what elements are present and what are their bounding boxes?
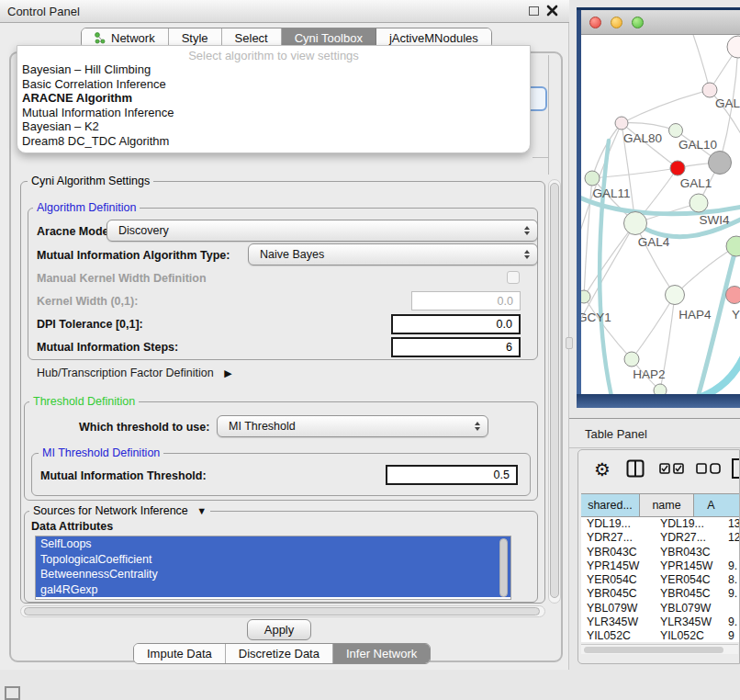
table-row[interactable]: YDR27...YDR27...12 — [581, 531, 740, 545]
node-label: GAL1 — [680, 176, 712, 190]
table-row-clipped[interactable]: YIL052CYIL052C9 — [581, 629, 740, 642]
hub-factor-expander[interactable]: Hub/Transcription Factor Definition ▶ — [37, 367, 232, 379]
attribute-item[interactable]: gal4RGexp — [36, 582, 510, 598]
network-edges-thick — [581, 141, 740, 394]
table-row[interactable]: YDL19...YDL19...13 — [581, 517, 740, 531]
scrollbar-thumb[interactable] — [584, 647, 723, 653]
tab-discretize-data[interactable]: Discretize Data — [226, 644, 333, 663]
node-label: GAL80 — [623, 131, 662, 145]
kernel-width-label: Kernel Width (0,1): — [37, 295, 138, 308]
manual-kernel-checkbox[interactable] — [507, 271, 520, 284]
node-salmon — [726, 287, 740, 304]
which-threshold-combo[interactable]: MI Threshold — [217, 415, 488, 437]
sources-group-title[interactable]: Sources for Network Inference ▼ — [29, 504, 210, 517]
table-body: YDL19...YDL19...13 YDR27...YDR27...12 YB… — [581, 517, 740, 642]
attribute-item[interactable]: TopologicalCoefficient — [36, 552, 510, 568]
column-header-name[interactable]: name — [640, 494, 694, 516]
node-label: GAL10 — [678, 138, 717, 152]
node-label: GAL4 — [638, 235, 670, 249]
table-header-row: shared... name A — [581, 493, 740, 517]
deselect-checkboxes-icon[interactable] — [696, 463, 722, 474]
attribute-item[interactable]: BetweennessCentrality — [36, 567, 510, 582]
gear-icon[interactable]: ⚙ — [594, 458, 611, 480]
dpi-tolerance-label: DPI Tolerance [0,1]: — [37, 318, 143, 331]
aracne-mode-value: Discovery — [118, 224, 169, 237]
algorithm-option-aracne[interactable]: ARACNE Algorithm — [17, 91, 530, 106]
node-hap2 — [624, 352, 639, 367]
network-window-titlebar[interactable] — [577, 10, 740, 35]
attribute-item[interactable]: SelfLoops — [36, 536, 510, 552]
node-gal1 — [670, 161, 685, 175]
tab-infer-network[interactable]: Infer Network — [333, 644, 430, 663]
panel-splitter-handle[interactable] — [566, 337, 573, 349]
control-panel-title: Control Panel — [7, 5, 80, 18]
control-panel-titlebar[interactable]: Control Panel — [0, 0, 569, 23]
combo-stepper-icon — [524, 250, 530, 259]
table-row[interactable]: YBR043CYBR043C — [581, 546, 740, 559]
mi-steps-field[interactable]: 6 — [391, 337, 521, 357]
settings-horizontal-scrollbar[interactable] — [20, 605, 545, 617]
mi-steps-label: Mutual Information Steps: — [37, 341, 178, 354]
minimized-panel-icon[interactable] — [5, 686, 20, 700]
table-row[interactable]: YER054CYER054C8. — [581, 573, 740, 587]
table-horizontal-scrollbar[interactable] — [581, 644, 738, 654]
scrollbar-thumb[interactable] — [24, 607, 540, 615]
node-gray — [709, 152, 732, 175]
tab-impute-data[interactable]: Impute Data — [134, 644, 226, 663]
table-row[interactable]: YPR145WYPR145W9. — [581, 559, 740, 573]
mi-threshold-field[interactable]: 0.5 — [386, 465, 518, 485]
table-panel: ⚙ shared... name A — [577, 449, 740, 664]
node-green-right — [726, 236, 740, 256]
algorithm-option-dream8[interactable]: Dream8 DC_TDC Algorithm — [17, 134, 530, 149]
network-node-labels: GAL GAL80 GAL10 GAL1 GAL11 SWI4 GAL4 GCY… — [581, 96, 740, 381]
manual-kernel-label: Manual Kernel Width Definition — [37, 272, 207, 285]
kernel-width-field[interactable]: 0.0 — [411, 291, 521, 310]
which-threshold-label: Which threshold to use: — [79, 421, 209, 434]
node-label: HAP4 — [678, 308, 712, 322]
mi-type-value: Naive Bayes — [260, 248, 324, 261]
combo-stepper-icon — [475, 422, 480, 431]
network-icon — [95, 32, 107, 44]
algorithm-option-bayesian-k2[interactable]: Bayesian – K2 — [17, 119, 530, 134]
column-header-partial[interactable]: A — [694, 494, 740, 516]
algorithm-option-bayesian-hill[interactable]: Bayesian – Hill Climbing — [17, 62, 530, 77]
network-canvas[interactable]: GAL GAL80 GAL10 GAL1 GAL11 SWI4 GAL4 GCY… — [581, 35, 740, 394]
node-gal4 — [624, 212, 647, 235]
document-icon-partial[interactable] — [731, 457, 740, 480]
algorithm-option-basic-correlation[interactable]: Basic Correlation Inference — [17, 77, 530, 92]
expander-expanded-icon: ▼ — [196, 505, 207, 516]
network-view-window: GAL GAL80 GAL10 GAL1 GAL11 SWI4 GAL4 GCY… — [577, 7, 740, 408]
tab-network-label: Network — [111, 31, 155, 45]
table-panel-title: Table Panel — [585, 427, 647, 441]
expander-collapsed-icon: ▶ — [224, 367, 231, 378]
attributes-list-scrollbar[interactable] — [499, 538, 508, 597]
scrollbar-thumb[interactable] — [550, 183, 559, 598]
node-gal10 — [669, 124, 683, 138]
cyni-algorithm-settings-title: Cyni Algorithm Settings — [28, 175, 153, 187]
aracne-mode-combo[interactable]: Discovery — [107, 220, 538, 242]
split-columns-icon[interactable] — [626, 459, 645, 478]
algorithm-definition-title: Algorithm Definition — [33, 201, 140, 214]
node-label: Y — [732, 308, 740, 322]
table-row[interactable]: YBL079WYBL079W — [581, 602, 740, 615]
node-table[interactable]: shared... name A YDL19...YDL19...13 YDR2… — [581, 493, 740, 642]
algorithm-option-mutual-information[interactable]: Mutual Information Inference — [17, 106, 530, 120]
data-attributes-label: Data Attributes — [31, 520, 113, 533]
apply-button[interactable]: Apply — [247, 619, 311, 640]
settings-vertical-scrollbar[interactable] — [548, 179, 561, 604]
table-row[interactable]: YLR345WYLR345W9. — [581, 615, 740, 629]
column-header-shared-name[interactable]: shared... — [581, 494, 640, 516]
select-all-checkboxes-icon[interactable] — [659, 463, 685, 474]
mi-type-combo[interactable]: Naive Bayes — [248, 243, 538, 265]
zoom-traffic-light-icon[interactable] — [632, 17, 644, 28]
close-traffic-light-icon[interactable] — [589, 17, 601, 28]
float-window-icon[interactable] — [529, 6, 539, 16]
table-toolbar: ⚙ — [578, 450, 740, 493]
table-row[interactable]: YBR045CYBR045C9. — [581, 587, 740, 601]
minimize-traffic-light-icon[interactable] — [611, 17, 622, 28]
combo-stepper-icon — [524, 226, 530, 235]
dpi-tolerance-field[interactable]: 0.0 — [391, 314, 521, 334]
node-gal11 — [585, 171, 600, 186]
close-icon[interactable] — [546, 5, 558, 17]
data-attributes-list[interactable]: SelfLoops TopologicalCoefficient Between… — [35, 536, 511, 600]
